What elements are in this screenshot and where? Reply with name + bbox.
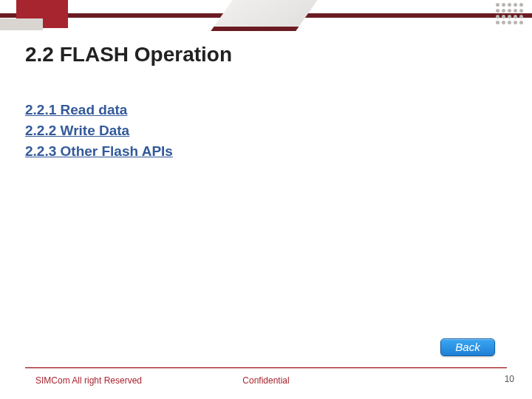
page-number: 10: [505, 374, 514, 384]
footer-divider: [25, 367, 507, 368]
toc-link-other-flash-apis[interactable]: 2.2.3 Other Flash APIs: [25, 143, 173, 160]
back-button[interactable]: Back: [440, 338, 495, 356]
toc-link-read-data[interactable]: 2.2.1 Read data: [25, 102, 173, 118]
slide: 2.2 FLASH Operation 2.2.1 Read data 2.2.…: [0, 0, 532, 399]
header-diagonal-shape: [211, 0, 317, 31]
page-title: 2.2 FLASH Operation: [25, 43, 232, 66]
dot-grid-icon: [496, 3, 523, 24]
header-grey-block: [0, 18, 43, 30]
toc-link-write-data[interactable]: 2.2.2 Write Data: [25, 123, 173, 139]
toc-list: 2.2.1 Read data 2.2.2 Write Data 2.2.3 O…: [25, 102, 173, 164]
footer-confidential: Confidential: [0, 375, 532, 386]
